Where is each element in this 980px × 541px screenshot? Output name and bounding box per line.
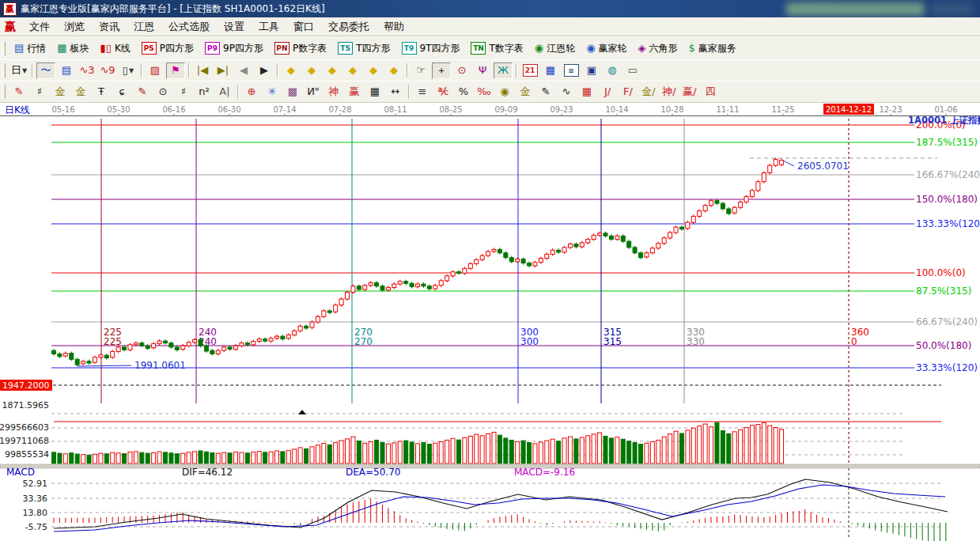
candle-body [592,235,596,239]
f-angle-button[interactable]: F/ [619,84,638,100]
quotes-button[interactable]: ▤行情 [9,40,51,58]
mirror-tool-button[interactable]: A| [215,84,234,100]
expand-h-button[interactable]: ◆ [323,62,342,79]
candle-body [322,311,326,316]
gold-lines-button[interactable]: 金 [516,84,535,100]
gold-ratio2-button[interactable]: 金 [71,84,90,100]
percent-button[interactable]: % [454,84,473,100]
wave-tool-button[interactable]: ∿ [557,84,576,100]
next-bar-button[interactable]: ▶ [255,62,274,79]
target-tool-button[interactable]: ⊕ [242,84,261,100]
gold-circle-button[interactable]: ◉ [495,84,514,100]
candle-body [81,361,85,364]
toolbar-grip[interactable] [2,63,6,78]
hexagon-button-label: 六角形 [649,42,678,55]
candle-style-button[interactable]: ▯▼ [119,62,138,79]
save-button[interactable]: ▣ [582,62,601,79]
kline-button[interactable]: ▮▯K线 [95,40,136,58]
zigzag-tool-button[interactable]: 〜 [36,62,55,79]
gold-angle-button[interactable]: 金/ [639,84,658,100]
prev-bar-button[interactable]: ◀ [234,62,253,79]
t-number-table-button[interactable]: TNT数字表 [465,40,528,58]
calculator-button[interactable]: ▦ [541,62,560,79]
calendar-button[interactable]: 21 [520,62,539,79]
k-mark-button[interactable]: И" [304,84,323,100]
notes-button[interactable]: ≡ [562,62,581,79]
brush2-tool-button[interactable]: ✎ [133,84,152,100]
full-view-button[interactable]: ◆ [384,62,403,79]
remote-pc-button[interactable]: ▭ [623,62,642,79]
winner-service-button[interactable]: $赢家服务 [683,40,742,58]
crosshair-tool-button[interactable]: ＋ [432,62,451,79]
menu-trade-order[interactable]: 交易委托 [321,18,376,36]
red-grid-button[interactable]: ▦ [577,84,596,100]
pan-left-button[interactable]: ◆ [282,62,301,79]
j-angle-button[interactable]: J/ [598,84,617,100]
menu-news[interactable]: 资讯 [92,18,127,36]
shen-tool-button[interactable]: 神 [324,84,343,100]
t-square-button[interactable]: TST四方形 [332,40,395,58]
info-list-button[interactable]: ▤ [57,62,76,79]
comb2-lines-button[interactable]: ♯ [174,84,193,100]
list-icon: ▤ [62,65,71,76]
pan-right-button[interactable]: ◆ [302,62,321,79]
cycle-arrow-button[interactable]: ⊙ [153,84,172,100]
expand-v-button[interactable]: ◆ [364,62,383,79]
winner-wheel-button[interactable]: ◉赢家轮 [581,40,632,58]
chart-9-button[interactable]: ∿9 [98,62,117,79]
n-square-button[interactable]: n² [195,84,214,100]
menu-window[interactable]: 窗口 [286,18,321,36]
menu-help[interactable]: 帮助 [376,18,411,36]
ying-angle-button[interactable]: 赢/ [680,84,699,100]
hexagon-button[interactable]: ◈六角形 [633,40,683,58]
sectors-button[interactable]: ▦板块 [51,40,94,58]
t9-square-button-label: 9T四方形 [420,42,460,55]
pattern-window-button[interactable]: ▨ [146,62,165,79]
menu-browse[interactable]: 浏览 [57,18,92,36]
t9-square-button[interactable]: T99T四方形 [396,40,466,58]
chart-3-button[interactable]: ∿3 [78,62,96,79]
box-grid-button[interactable]: ▩ [283,84,302,100]
grid-123-button[interactable]: ▦ [365,84,384,100]
first-bar-button[interactable]: |◀ [193,62,212,79]
menu-settings[interactable]: 设置 [217,18,252,36]
four-angle-button[interactable]: 四 [701,84,720,100]
toolbar-grip[interactable] [2,41,6,55]
permille-button[interactable]: ‰ [475,84,494,100]
gann-wheel-button[interactable]: ◉江恩轮 [529,40,581,58]
star-grid-button[interactable]: ✳ [263,84,282,100]
hand-tool-button[interactable]: ☞ [411,62,430,79]
comb-lines-button[interactable]: ♯ [30,84,49,100]
wave-icon: ∿ [562,86,571,97]
percent-slash-button[interactable]: ℀ [433,84,452,100]
ying-tool-button[interactable]: 赢 [345,84,364,100]
world-clock-button[interactable]: ◍ [603,62,622,79]
menu-tools[interactable]: 工具 [252,18,286,36]
p9-square-button[interactable]: P99P四方形 [199,40,269,58]
last-bar-button[interactable]: ▶| [214,62,233,79]
gold-ratio1-button[interactable]: 金 [51,84,70,100]
gann-knot-button[interactable]: Ψ [473,62,492,79]
spiral-tool-button[interactable]: ɕ [112,84,131,100]
candle-body [615,236,619,239]
compress-button[interactable]: ◆ [343,62,362,79]
zoom-tool-button[interactable]: ⊙ [452,62,471,79]
menu-file[interactable]: 文件 [22,18,57,36]
width-measure-button[interactable]: ↔ [386,84,405,100]
knot-icon: Ψ [479,65,486,76]
f-tool-button[interactable]: Ŧ [92,84,111,100]
period-selector[interactable]: 日▼ [9,62,28,79]
scale-tool-button[interactable]: ≡ [413,84,432,100]
shen-angle-button[interactable]: 神/ [660,84,679,100]
zigzag-icon: 〜 [41,65,51,76]
brush-tool-button[interactable]: ✎ [9,84,28,100]
volume-bar [210,452,214,463]
menu-gann[interactable]: 江恩 [127,18,161,36]
pen-angle-button[interactable]: ✎ [536,84,555,100]
gann-net-button[interactable]: Ж [494,62,513,79]
p-square-button[interactable]: PSP四方形 [136,40,199,58]
toolbar-grip[interactable] [2,85,6,99]
volume-profile-button[interactable]: ⚑ [166,62,185,79]
p-number-table-button[interactable]: PNP数字表 [269,40,332,58]
menu-formula-stock-pick[interactable]: 公式选股 [161,18,217,36]
